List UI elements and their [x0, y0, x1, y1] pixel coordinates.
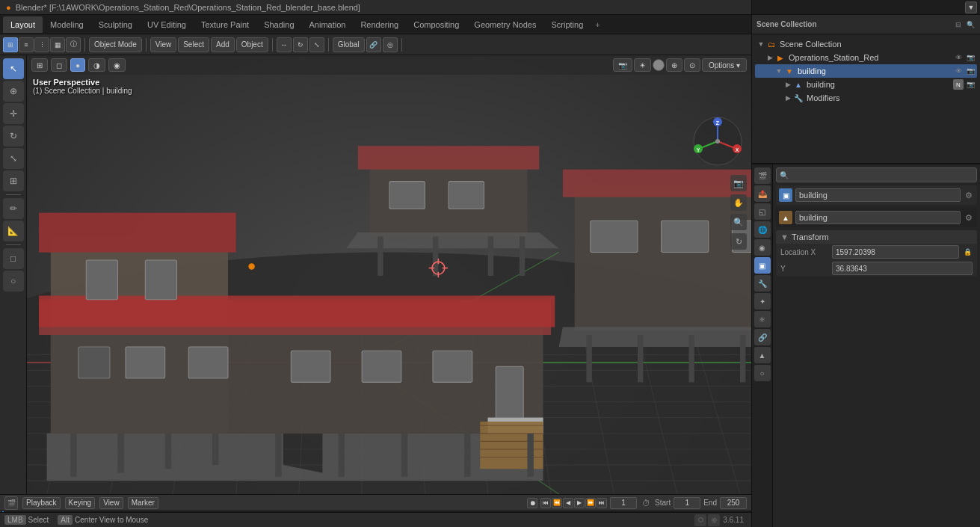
move-tool[interactable]: ✛	[3, 103, 24, 124]
prop-tab-world[interactable]: ◉	[754, 239, 771, 256]
list-icon[interactable]: ≡	[19, 37, 34, 52]
properties-search[interactable]	[776, 167, 977, 182]
add-menu-btn[interactable]: Add	[211, 37, 235, 52]
object-menu-btn[interactable]: Object	[236, 37, 268, 52]
outliner-scene-collection[interactable]: ▼ 🗂 Scene Collection	[755, 37, 977, 51]
view-menu-btn[interactable]: View	[99, 497, 123, 509]
zoom-icon[interactable]: 🔍	[730, 214, 747, 230]
prop-tab-material[interactable]: ○	[754, 365, 771, 381]
tab-compositing[interactable]: Compositing	[406, 16, 466, 33]
tab-rendering[interactable]: Rendering	[353, 16, 406, 33]
dots-icon[interactable]: ⋮	[34, 37, 49, 52]
prop-tab-particles[interactable]: ✦	[754, 293, 771, 309]
visibility-icon[interactable]: 👁	[953, 52, 964, 63]
outliner-building-group[interactable]: ▼ ▼ building 👁 📷	[755, 64, 977, 78]
transform-tool[interactable]: ⊞	[3, 170, 24, 191]
scale-icon[interactable]: ⤡	[309, 37, 324, 52]
info-icon[interactable]: ⓘ	[66, 37, 81, 52]
visibility-icon-2[interactable]: 👁	[953, 66, 964, 76]
viewport-mode-btn[interactable]: ⊞	[31, 58, 48, 72]
pan-icon[interactable]: ✋	[730, 194, 747, 211]
tab-animation[interactable]: Animation	[302, 16, 354, 33]
camera-view-icon[interactable]: 📷	[730, 175, 747, 191]
step-fwd-btn[interactable]: ⏩	[585, 498, 596, 508]
transform-icon[interactable]: ↔	[277, 37, 292, 52]
prop-tab-render[interactable]: 🎬	[754, 167, 771, 184]
prop-tab-constraints[interactable]: 🔗	[754, 329, 771, 345]
prop-tab-output[interactable]: 📤	[754, 185, 771, 202]
start-frame-input[interactable]	[674, 497, 700, 509]
snap-icon[interactable]: 🔗	[366, 37, 381, 52]
step-back-btn[interactable]: ⏪	[552, 498, 562, 508]
location-y-value[interactable]: 36.83643	[832, 262, 973, 275]
expand-arrow[interactable]: ▼	[756, 40, 765, 49]
location-x-lock[interactable]: 🔒	[962, 247, 973, 257]
prop-tab-scene[interactable]: 🌐	[754, 221, 771, 238]
end-frame-input[interactable]	[720, 497, 747, 509]
record-btn[interactable]: ⏺	[527, 498, 537, 508]
outliner-filter-icon[interactable]: ▼	[965, 1, 977, 13]
object-name-link-icon[interactable]: ⚙	[964, 190, 974, 200]
location-x-value[interactable]: 1597.20398	[832, 245, 959, 259]
expand-arrow-2[interactable]: ▶	[765, 53, 774, 62]
render-icon-3[interactable]: 📷	[965, 79, 976, 90]
outliner-ops-station[interactable]: ▶ ▶ Operations_Station_Red 👁 📷	[755, 51, 977, 64]
rotate-view-icon[interactable]: ↻	[730, 233, 747, 250]
tab-sculpting[interactable]: Sculpting	[91, 16, 140, 33]
annotate-tool[interactable]: ✏	[3, 198, 24, 219]
timeline-mode-icon[interactable]: 🎬	[4, 496, 18, 510]
tab-layout[interactable]: Layout	[3, 16, 43, 33]
viewport-color-btn[interactable]	[653, 59, 665, 71]
rotate-icon[interactable]: ↻	[293, 37, 308, 52]
current-frame-input[interactable]	[610, 497, 637, 509]
tab-scripting[interactable]: Scripting	[543, 16, 591, 33]
expand-arrow-3[interactable]: ▼	[774, 67, 783, 75]
data-name-input[interactable]: building	[795, 211, 961, 224]
render-icon[interactable]: 📷	[965, 52, 976, 63]
tab-uv-editing[interactable]: UV Editing	[140, 16, 194, 33]
jump-start-btn[interactable]: ⏮	[540, 498, 551, 508]
object-name-input[interactable]: building	[795, 188, 961, 202]
viewport-shading-render[interactable]: ◉	[108, 58, 126, 72]
viewport-overlay-btn[interactable]: ⊕	[666, 58, 682, 72]
tab-shading[interactable]: Shading	[256, 16, 301, 33]
prop-tab-data[interactable]: ▲	[754, 347, 771, 363]
tab-modeling[interactable]: Modeling	[43, 16, 91, 33]
view-menu-btn[interactable]: View	[150, 37, 177, 52]
viewport-icon[interactable]: ⊞	[3, 37, 18, 52]
viewport-shading-solid[interactable]: ●	[70, 58, 85, 72]
playback-menu-btn[interactable]: Playback	[22, 497, 61, 509]
outliner-filter-btn[interactable]: ⊟	[953, 19, 964, 30]
measure-tool[interactable]: 📐	[3, 221, 24, 241]
data-name-link-icon[interactable]: ⚙	[964, 212, 974, 223]
prop-tab-physics[interactable]: ⚛	[754, 311, 771, 327]
prop-tab-modifier[interactable]: 🔧	[754, 275, 771, 292]
rotate-tool[interactable]: ↻	[3, 126, 24, 147]
scale-tool[interactable]: ⤡	[3, 148, 24, 169]
outliner-search-btn[interactable]: 🔍	[965, 19, 976, 30]
tab-texture-paint[interactable]: Texture Paint	[194, 16, 256, 33]
viewport-camera-btn[interactable]: 📷	[613, 58, 632, 72]
nav-gizmo[interactable]: Z X Y	[691, 115, 744, 167]
viewport-shading-wire[interactable]: ◻	[51, 58, 67, 72]
viewport-light-btn[interactable]: ☀	[634, 58, 651, 72]
cursor-tool[interactable]: ⊕	[3, 81, 24, 102]
global-btn[interactable]: Global	[333, 37, 365, 52]
viewport-gizmo-btn[interactable]: ⊙	[684, 58, 700, 72]
select-menu-btn[interactable]: Select	[178, 37, 209, 52]
add-workspace-btn[interactable]: +	[591, 19, 604, 31]
expand-arrow-4[interactable]: ▶	[783, 80, 792, 89]
object-mode-btn[interactable]: Object Mode	[89, 37, 142, 52]
viewport-shading-mat[interactable]: ◑	[88, 58, 105, 72]
add-box-tool[interactable]: □	[3, 248, 24, 269]
render-icon-2[interactable]: 📷	[965, 66, 976, 76]
proportional-icon[interactable]: ◎	[383, 37, 398, 52]
expand-arrow-5[interactable]: ▶	[783, 93, 792, 102]
outliner-building-mesh[interactable]: ▶ ▲ building N 📷	[755, 78, 977, 91]
select-tool[interactable]: ↖	[3, 58, 24, 79]
transform-section-header[interactable]: ▼ Transform	[776, 230, 977, 244]
play-back-btn[interactable]: ◀	[563, 498, 573, 508]
tab-geometry-nodes[interactable]: Geometry Nodes	[466, 16, 543, 33]
play-btn[interactable]: ▶	[574, 498, 585, 508]
options-overlay-btn[interactable]: Options ▾	[702, 58, 747, 72]
